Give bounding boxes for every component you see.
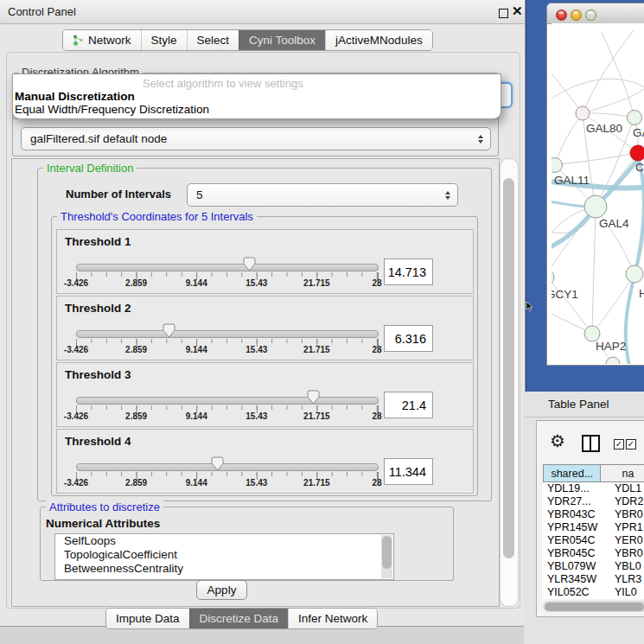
algorithm-option-manual-discretization[interactable]: Manual Discretization	[15, 90, 135, 103]
tab-infer-network[interactable]: Infer Network	[288, 609, 377, 628]
network-node-gal80[interactable]	[576, 106, 590, 120]
tab-style[interactable]: Style	[141, 30, 187, 50]
algorithm-dropdown-popup: Select algorithm to view settings Manual…	[12, 73, 501, 119]
cell-name[interactable]: YER0	[609, 534, 644, 547]
tab-cyni-toolbox[interactable]: Cyni Toolbox	[239, 30, 325, 50]
tab-label: Style	[151, 34, 177, 47]
threshold-value-field[interactable]: 21.4	[384, 392, 433, 418]
cell-shared-name[interactable]: YDL19...	[543, 482, 609, 495]
cell-name[interactable]: YLR3	[609, 573, 644, 586]
network-edge[interactable]	[583, 30, 634, 113]
slider-track[interactable]	[76, 264, 379, 271]
column-header-name[interactable]: na	[601, 464, 644, 482]
slider-thumb[interactable]	[163, 323, 175, 338]
slider-thumb[interactable]	[307, 390, 320, 405]
table-row[interactable]: YBR043CYBR0	[543, 508, 644, 521]
tab-select[interactable]: Select	[187, 30, 239, 50]
network-edge[interactable]	[552, 277, 592, 334]
cell-shared-name[interactable]: YBR045C	[543, 547, 609, 560]
threshold-value-field[interactable]: 6.316	[384, 325, 433, 352]
table-row[interactable]: YBR045CYBR0	[543, 547, 644, 560]
minimize-traffic-light[interactable]	[571, 10, 582, 21]
attribute-item-topologicalcoefficient[interactable]: TopologicalCoefficient	[55, 548, 393, 562]
slider-track[interactable]	[76, 397, 379, 405]
gear-icon[interactable]: ⚙	[550, 431, 565, 450]
network-edge[interactable]	[583, 113, 634, 118]
scrollbar-thumb[interactable]	[503, 178, 514, 558]
table-row[interactable]: YDR27...YDR2	[543, 495, 644, 508]
horizontal-scrollbar[interactable]	[543, 601, 644, 612]
network-node-h[interactable]	[626, 265, 643, 283]
network-edge[interactable]	[583, 84, 644, 113]
table-row[interactable]: YER054CYER0	[543, 534, 644, 547]
table-row[interactable]: YDL19...YDL1	[543, 482, 644, 495]
cell-name[interactable]: YBL0	[609, 560, 644, 573]
split-columns-icon[interactable]	[582, 435, 600, 452]
network-edge[interactable]	[602, 32, 634, 118]
cell-name[interactable]: YDL1	[609, 482, 644, 495]
cell-shared-name[interactable]: YDR27...	[543, 495, 609, 508]
checkbox-icon[interactable]: ✓	[614, 439, 624, 450]
cell-shared-name[interactable]: YPR145W	[543, 521, 609, 534]
node-label: GCY1	[552, 288, 578, 301]
network-edge-highlighted[interactable]	[626, 276, 634, 364]
cell-name[interactable]: YBR0	[609, 508, 644, 521]
slider-tick-label: 9.144	[186, 345, 207, 354]
cell-name[interactable]: YIL0	[609, 586, 644, 599]
slider-track[interactable]	[76, 330, 379, 338]
slider-tick-label: 15.43	[245, 278, 267, 288]
tab-discretize-data[interactable]: Discretize Data	[189, 609, 289, 628]
cell-shared-name[interactable]: YIL052C	[543, 586, 609, 599]
apply-button[interactable]: Apply	[196, 580, 247, 600]
slider-thumb[interactable]	[211, 456, 224, 471]
zoom-traffic-light[interactable]	[585, 10, 596, 21]
threshold-value-field[interactable]: 14.713	[384, 258, 433, 285]
algorithm-option-equal-width-frequency-discretization[interactable]: Equal Width/Frequency Discretization	[15, 103, 209, 116]
tab-network[interactable]: Network	[63, 30, 141, 50]
network-edge-highlighted[interactable]	[635, 161, 644, 272]
close-traffic-light[interactable]	[556, 10, 567, 21]
tab-impute-data[interactable]: Impute Data	[106, 609, 189, 628]
table-row[interactable]: YPR145WYPR1	[543, 521, 644, 534]
table-row[interactable]: YBL079WYBL0	[543, 560, 644, 573]
slider-tick-label: 15.43	[245, 411, 267, 421]
cell-shared-name[interactable]: YER054C	[543, 534, 609, 547]
node-label: GAL11	[554, 174, 590, 187]
cell-name[interactable]: YPR1	[609, 521, 644, 534]
cell-name[interactable]: YBR0	[609, 547, 644, 560]
scrollbar-thumb[interactable]	[545, 603, 644, 611]
checkbox-icon[interactable]: ✓	[626, 439, 636, 450]
network-edge[interactable]	[555, 153, 634, 165]
slider-track[interactable]	[76, 463, 379, 471]
table-row[interactable]: YIL052CYIL0	[543, 586, 644, 599]
number-of-intervals-combobox[interactable]: 5	[187, 183, 458, 207]
network-node-ga[interactable]	[628, 111, 642, 125]
cell-name[interactable]: YDR2	[609, 495, 644, 508]
slider-tick-label: 9.144	[186, 478, 207, 488]
tab-jactivemnodules[interactable]: jActiveMNodules	[325, 30, 432, 50]
network-edge[interactable]	[555, 113, 583, 165]
network-node-c[interactable]	[630, 145, 644, 161]
threshold-value-field[interactable]: 11.344	[384, 458, 433, 485]
close-icon[interactable]: ✕	[512, 3, 523, 19]
table-data-combobox[interactable]: galFiltered.sif default node	[21, 127, 491, 150]
numerical-attributes-list: SelfLoopsTopologicalCoefficientBetweenne…	[54, 533, 394, 580]
vertical-scrollbar[interactable]	[500, 158, 519, 607]
network-edge[interactable]	[592, 207, 596, 334]
network-node-gal11[interactable]	[552, 158, 563, 173]
slider-thumb[interactable]	[243, 257, 256, 271]
attribute-item-betweennesscentrality[interactable]: BetweennessCentrality	[55, 562, 393, 576]
cell-shared-name[interactable]: YLR345W	[543, 573, 609, 586]
cell-shared-name[interactable]: YBL079W	[543, 560, 609, 573]
table-row[interactable]: YLR345WYLR3	[543, 573, 644, 586]
cell-shared-name[interactable]: YBR043C	[543, 508, 609, 521]
network-edge[interactable]	[552, 63, 583, 113]
network-node-gcy1[interactable]	[552, 270, 554, 285]
network-canvas[interactable]: GAL80GACGAL11GAL4GCY1HHAP2	[552, 23, 644, 364]
combobox-arrows-icon	[478, 135, 483, 143]
attribute-item-selfloops[interactable]: SelfLoops	[55, 534, 393, 548]
list-scrollbar[interactable]	[381, 535, 392, 578]
column-header-shared-name[interactable]: shared...	[543, 464, 601, 482]
float-window-icon[interactable]	[499, 9, 508, 18]
network-node-gal4[interactable]	[584, 195, 607, 218]
